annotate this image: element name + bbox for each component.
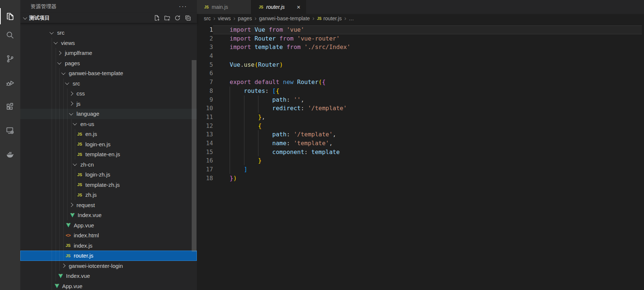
tree-folder-jumplframe[interactable]: jumplframe [20, 48, 197, 58]
tree-folder-css[interactable]: css [20, 88, 197, 99]
line-content [230, 52, 644, 60]
tree-indent-guide [67, 190, 67, 200]
tree-indent-guide [59, 99, 60, 109]
tree-indent-guide [52, 109, 52, 119]
line-number: 9 [197, 95, 213, 104]
tree-item-label: language [77, 111, 100, 117]
token-str: '' [293, 96, 300, 103]
breadcrumb-item-src[interactable]: src [204, 15, 211, 21]
project-section-header[interactable]: 测试项目 [20, 13, 197, 23]
breadcrumb-item-views[interactable]: views [218, 15, 231, 21]
tree-indent-guide [67, 109, 67, 119]
tree-file-app.vue[interactable]: App.vue [20, 281, 197, 290]
tree-indent-guide [56, 271, 56, 281]
more-actions-icon[interactable]: ··· [179, 0, 187, 13]
tab-main.js[interactable]: JSmain.js [197, 0, 251, 14]
tree-item-label: js [77, 101, 81, 107]
code-line-3: 3import template from './src/Index' [197, 43, 644, 52]
activity-explorer-icon[interactable] [0, 7, 20, 26]
activity-run-and-debug-icon[interactable] [0, 74, 20, 92]
tree-file-login-zh.js[interactable]: JSlogin-zh.js [20, 170, 197, 180]
token-kw: export [230, 78, 251, 85]
tree-folder-src[interactable]: src [20, 78, 197, 89]
tab-bar: JSmain.jsJSrouter.js× [197, 0, 644, 14]
breadcrumb-item-router.js[interactable]: JSrouter.js [317, 15, 342, 21]
new-folder-icon[interactable] [164, 15, 170, 21]
indent-guide [230, 87, 230, 95]
tree-file-index.js[interactable]: JSindex.js [20, 241, 197, 251]
activity-extensions-icon[interactable] [0, 97, 20, 116]
breadcrumb-item-ganwei-base-template[interactable]: ganwei-base-template [259, 15, 310, 21]
tree-file-zh.js[interactable]: JSzh.js [20, 190, 197, 200]
collapse-all-icon[interactable] [185, 15, 191, 21]
tree-folder-views[interactable]: views [20, 38, 197, 48]
tree-file-index.vue[interactable]: Index.vue [20, 271, 197, 281]
line-content: }, [230, 113, 644, 122]
line-number: 3 [197, 43, 213, 52]
refresh-icon[interactable] [174, 15, 181, 21]
code-line-1: 1import Vue from 'vue' [197, 25, 644, 34]
tree-file-index.html[interactable]: <>index.html [20, 230, 197, 241]
tree-file-en.js[interactable]: JSen.js [20, 129, 197, 139]
javascript-file-icon: JS [77, 172, 86, 177]
tree-indent-guide [52, 190, 52, 200]
line-content: component: template [230, 148, 644, 157]
tree-folder-js[interactable]: js [20, 99, 197, 109]
activity-bar [0, 0, 20, 290]
javascript-file-icon: JS [317, 17, 321, 21]
sidebar-scrollbar[interactable] [192, 60, 196, 252]
tree-indent-guide [63, 200, 64, 210]
tree-folder-pages[interactable]: pages [20, 58, 197, 69]
tree-indent-guide [75, 180, 75, 190]
activity-docker-icon[interactable] [0, 145, 20, 164]
token-pun: : [286, 96, 293, 103]
tree-item-label: index.html [74, 232, 99, 238]
activity-search-icon[interactable] [0, 26, 20, 44]
tree-indent-guide [59, 68, 60, 78]
tree-indent-guide [63, 139, 64, 150]
line-number: 4 [197, 52, 213, 60]
tree-file-login-en.js[interactable]: JSlogin-en.js [20, 139, 197, 150]
tree-folder-language[interactable]: language [20, 109, 197, 119]
tree-indent-guide [63, 241, 64, 251]
token-bgold: ( [254, 61, 258, 68]
breadcrumb-symbol-placeholder[interactable]: … [349, 15, 354, 21]
close-icon[interactable]: × [289, 4, 300, 10]
chevron-right-icon [70, 102, 75, 105]
tree-indent-guide [52, 281, 52, 290]
tree-indent-guide [71, 129, 72, 139]
tree-indent-guide [71, 119, 72, 129]
tree-indent-guide [56, 139, 56, 150]
tree-item-label: router.js [74, 252, 93, 259]
tree-folder-ganwei-iotcenter-login[interactable]: ganwei-iotcenter-login [20, 261, 197, 271]
tree-folder-request[interactable]: request [20, 200, 197, 210]
tree-file-router.js[interactable]: JSrouter.js [20, 251, 197, 261]
tree-folder-ganwei-base-template[interactable]: ganwei-base-template [20, 68, 197, 78]
token-bgold: ) [279, 61, 283, 68]
tree-file-index.vue[interactable]: Index.vue [20, 210, 197, 220]
breadcrumb-item-pages[interactable]: pages [238, 15, 252, 21]
line-number: 14 [197, 139, 213, 148]
token-kw: from [283, 43, 304, 50]
tree-folder-src[interactable]: src [20, 28, 197, 38]
line-content: }) [230, 174, 644, 183]
tree-file-template-zh.js[interactable]: JStemplate-zh.js [20, 180, 197, 190]
tab-label: main.js [212, 4, 228, 10]
code-editor[interactable]: 1import Vue from 'vue'2import Router fro… [197, 23, 644, 290]
tree-file-template-en.js[interactable]: JStemplate-en.js [20, 149, 197, 160]
new-file-icon[interactable] [154, 15, 160, 21]
activity-remote-explorer-icon[interactable] [0, 121, 20, 140]
tree-folder-zh-cn[interactable]: zh-cn [20, 160, 197, 170]
indent-guide [230, 122, 230, 130]
tree-item-label: views [61, 40, 75, 46]
tree-indent-guide [67, 139, 67, 150]
tree-folder-en-us[interactable]: en-us [20, 119, 197, 129]
tree-item-label: template-en.js [86, 151, 120, 157]
line-content: } [230, 156, 644, 165]
tree-file-app.vue[interactable]: App.vue [20, 220, 197, 231]
tree-indent-guide [71, 180, 72, 190]
activity-source-control-icon[interactable] [0, 49, 20, 68]
tree-indent-guide [63, 210, 64, 220]
indent-guide [244, 156, 244, 165]
tab-router.js[interactable]: JSrouter.js× [251, 0, 306, 14]
